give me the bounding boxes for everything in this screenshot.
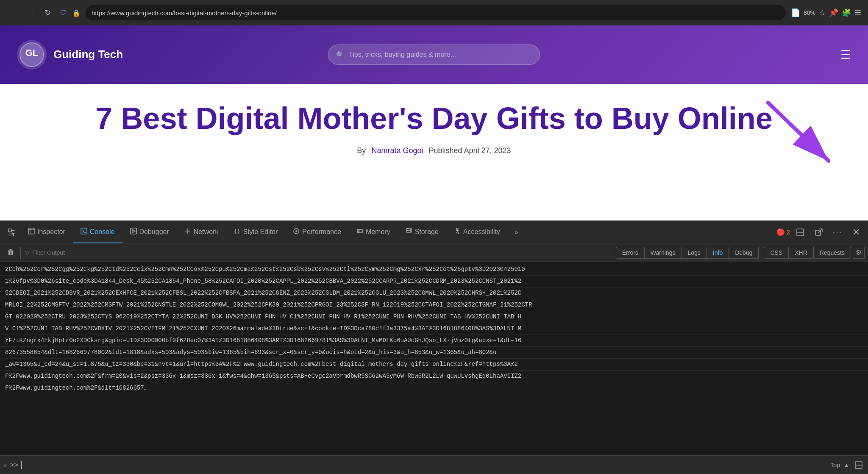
- memory-icon: [356, 228, 363, 236]
- xhr-filter-button[interactable]: XHR: [788, 247, 813, 259]
- more-options-button[interactable]: ···: [829, 224, 846, 241]
- console-cursor: [21, 461, 22, 469]
- article-area: 7 Best Digital Mother's Day Gifts to Buy…: [0, 84, 868, 172]
- tab-debugger[interactable]: Debugger: [122, 221, 177, 243]
- devtools-secondary-bar: 🗑 ▽ Filter Output Errors Warnings Logs I…: [0, 243, 868, 262]
- bookmark-icon[interactable]: ☆: [819, 8, 826, 17]
- back-button[interactable]: ←: [7, 6, 20, 20]
- close-devtools-button[interactable]: ✕: [848, 224, 865, 241]
- error-icon: 🔴: [776, 228, 785, 236]
- filter-output-area: ▽ Filter Output: [20, 247, 69, 259]
- lock-icon: 🔒: [72, 9, 81, 17]
- filter-placeholder: Filter Output: [32, 249, 65, 256]
- split-console-button[interactable]: [853, 459, 865, 471]
- requests-filter-button[interactable]: Requests: [813, 247, 851, 259]
- console-line: 52CDEOI_2021%252CDSVR_2021%252CEXHFCE_20…: [0, 287, 868, 299]
- arrow-annotation: [749, 92, 843, 169]
- svg-text:GL: GL: [25, 47, 39, 58]
- devtools-toolbar: Inspector Console Debugger: [0, 221, 868, 243]
- console-line: _aw=1365&u_cd=24&u_sd=1.875&u_tz=330&bc=…: [0, 359, 868, 371]
- logo-icon: GL: [17, 40, 47, 70]
- site-search[interactable]: 🔍 Tips, tricks, buying guides & more...: [328, 45, 540, 65]
- logs-filter-button[interactable]: Logs: [682, 247, 707, 259]
- extensions-icon[interactable]: 🧩: [842, 8, 851, 17]
- console-line: F%2Fwww.guidingtech.com%2F&dlt=16826657…: [0, 382, 868, 394]
- tab-inspector[interactable]: Inspector: [20, 221, 73, 243]
- devtools-right-controls: 🔴 2 ··· ✕: [776, 224, 865, 241]
- error-count: 2: [787, 229, 790, 236]
- tab-style-editor-label: Style Editor: [243, 228, 278, 236]
- top-label[interactable]: Top: [831, 462, 840, 468]
- performance-icon: [293, 228, 300, 236]
- by-label: By: [357, 146, 366, 155]
- hamburger-menu[interactable]: ☰: [840, 48, 851, 62]
- tab-accessibility[interactable]: Accessibility: [446, 221, 508, 243]
- console-expand-button[interactable]: »: [3, 462, 7, 468]
- filter-settings-button[interactable]: ⚙: [853, 247, 865, 259]
- console-line: V_C1%252CUNI_TAB_RHV%252CVDXTV_2021%252C…: [0, 323, 868, 335]
- pocket-icon[interactable]: 📌: [829, 8, 838, 17]
- log-filter-buttons: Errors Warnings Logs Info Debug: [616, 247, 759, 259]
- tab-memory-label: Memory: [366, 228, 390, 236]
- tab-storage[interactable]: Storage: [398, 221, 446, 243]
- shield-icon: 🛡: [59, 8, 67, 17]
- url-text: https://www.guidingtech.com/best-digital…: [92, 9, 277, 17]
- warnings-filter-button[interactable]: Warnings: [644, 247, 682, 259]
- svg-rect-4: [8, 229, 11, 232]
- console-line: 82673558654&dlt=1682669778002&idt=1818&a…: [0, 347, 868, 359]
- svg-marker-13: [132, 229, 135, 233]
- forward-button[interactable]: →: [24, 6, 37, 20]
- console-output[interactable]: 2Cch%252Ccr%252Cgg%252Ckg%252Ctd%252Ccix…: [0, 262, 868, 455]
- nav-buttons: ← → ↻: [7, 6, 54, 20]
- zoom-level[interactable]: 80%: [804, 9, 815, 16]
- tab-inspector-label: Inspector: [37, 228, 65, 236]
- menu-icon[interactable]: ☰: [854, 8, 861, 17]
- svg-point-27: [410, 229, 411, 230]
- tab-performance-label: Performance: [302, 228, 341, 236]
- more-tabs-button[interactable]: »: [508, 224, 525, 241]
- svg-line-3: [768, 103, 829, 161]
- browser-chrome: ← → ↻ 🛡 🔒 https://www.guidingtech.com/be…: [0, 0, 868, 25]
- article-meta: By Namrata Gogoi Published April 27, 202…: [85, 146, 783, 155]
- reader-mode-icon[interactable]: 📄: [791, 8, 800, 17]
- tab-performance[interactable]: Performance: [285, 221, 349, 243]
- top-arrow-icon: ▲: [843, 462, 849, 468]
- console-line: YF7tKZngrx4EkjHptrOe2XDCksrg&gpic=UID%3D…: [0, 335, 868, 347]
- svg-rect-7: [28, 228, 34, 234]
- console-line: MRLOI_22%252CMSFTV_2022%252CMSFTW_2021%2…: [0, 299, 868, 311]
- author-link[interactable]: Namrata Gogoi: [371, 146, 423, 155]
- dock-button[interactable]: [792, 224, 809, 241]
- published-date: Published April 27, 2023: [428, 146, 511, 155]
- info-filter-button[interactable]: Info: [707, 247, 729, 259]
- devtools-panel: Inspector Console Debugger: [0, 220, 868, 474]
- refresh-button[interactable]: ↻: [41, 6, 54, 20]
- site-name: Guiding Tech: [53, 47, 123, 62]
- clear-console-button[interactable]: 🗑: [3, 245, 19, 260]
- style-editor-icon: {}: [234, 228, 240, 236]
- svg-point-28: [410, 231, 411, 232]
- tab-style-editor[interactable]: {} Style Editor: [226, 221, 285, 243]
- console-prompt: >>: [10, 461, 18, 469]
- article-title: 7 Best Digital Mother's Day Gifts to Buy…: [85, 101, 783, 136]
- site-logo: GL Guiding Tech: [17, 40, 123, 70]
- errors-filter-button[interactable]: Errors: [616, 247, 644, 259]
- storage-icon: [406, 228, 412, 236]
- network-icon: [184, 228, 191, 236]
- filter-icon: ▽: [25, 249, 30, 256]
- tab-debugger-label: Debugger: [139, 228, 169, 236]
- tab-console[interactable]: Console: [73, 221, 122, 243]
- svg-line-33: [458, 232, 459, 234]
- search-placeholder: Tips, tricks, buying guides & more...: [349, 51, 456, 59]
- svg-line-32: [456, 232, 456, 234]
- error-badge[interactable]: 🔴 2: [776, 228, 790, 236]
- css-filter-button[interactable]: CSS: [764, 247, 788, 259]
- svg-point-20: [295, 230, 297, 232]
- pick-element-button[interactable]: [3, 224, 20, 241]
- tab-network-label: Network: [194, 228, 219, 236]
- tab-memory[interactable]: Memory: [349, 221, 398, 243]
- separate-window-button[interactable]: [810, 224, 827, 241]
- debug-filter-button[interactable]: Debug: [729, 247, 759, 259]
- address-bar[interactable]: https://www.guidingtech.com/best-digital…: [86, 5, 786, 20]
- tab-network[interactable]: Network: [177, 221, 226, 243]
- accessibility-icon: [454, 228, 461, 236]
